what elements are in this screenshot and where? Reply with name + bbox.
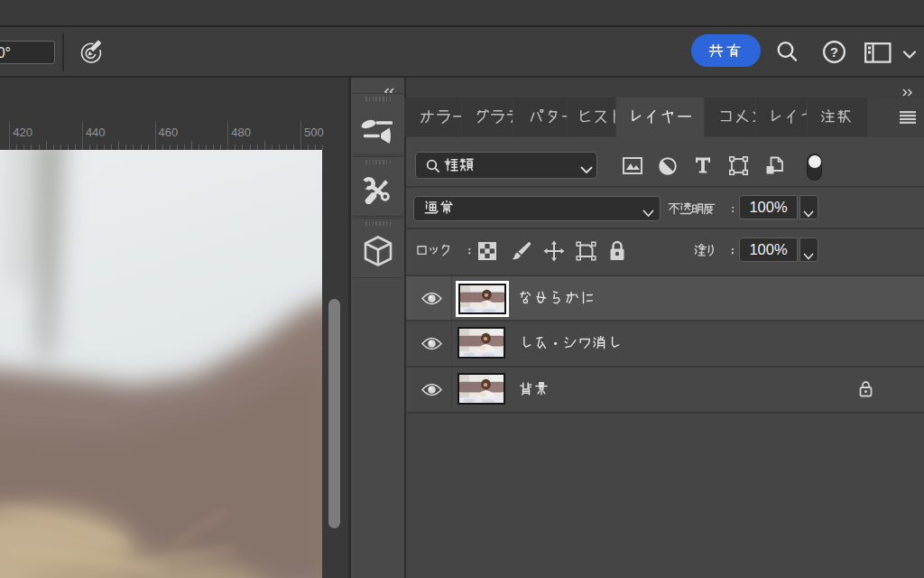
svg-text:?: ?: [830, 45, 838, 60]
